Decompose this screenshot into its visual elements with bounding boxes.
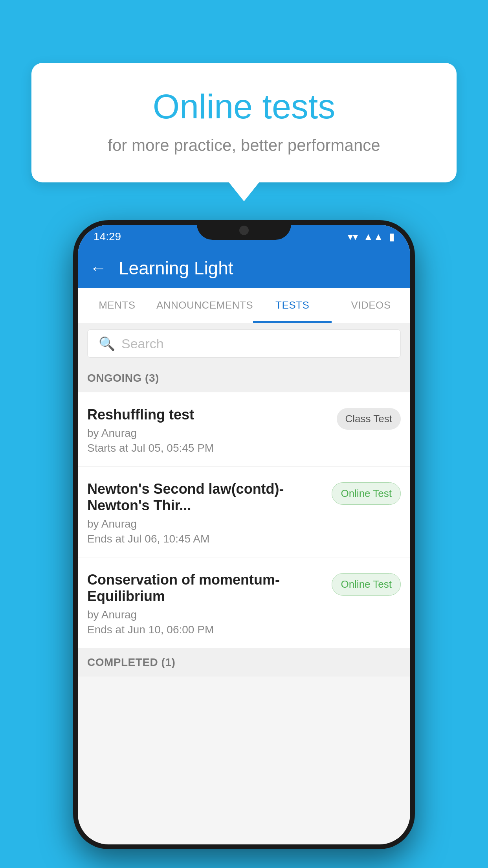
status-time: 14:29	[94, 230, 121, 243]
test-info-3: Conservation of momentum-Equilibrium by …	[87, 572, 332, 636]
speech-bubble: Online tests for more practice, better p…	[31, 63, 457, 182]
phone-notch	[197, 220, 291, 240]
tab-tests[interactable]: TESTS	[253, 288, 332, 323]
test-info-2: Newton's Second law(contd)-Newton's Thir…	[87, 481, 332, 545]
battery-icon: ▮	[389, 231, 394, 243]
signal-icon: ▲▲	[363, 231, 383, 243]
wifi-icon: ▾▾	[348, 231, 358, 243]
test-name-1: Reshuffling test	[87, 406, 329, 423]
test-time-1: Starts at Jul 05, 05:45 PM	[87, 442, 329, 454]
front-camera	[239, 226, 249, 235]
test-time-2: Ends at Jul 06, 10:45 AM	[87, 533, 324, 545]
search-placeholder: Search	[121, 336, 164, 351]
bubble-title: Online tests	[63, 86, 425, 127]
ongoing-section-header: ONGOING (3)	[78, 364, 410, 392]
completed-section-header: COMPLETED (1)	[78, 648, 410, 677]
test-author-3: by Anurag	[87, 609, 324, 621]
test-name-3: Conservation of momentum-Equilibrium	[87, 572, 324, 605]
app-toolbar: ← Learning Light	[78, 248, 410, 288]
tab-videos[interactable]: VIDEOS	[332, 288, 410, 323]
app-title: Learning Light	[119, 257, 233, 279]
test-badge-3: Online Test	[332, 573, 401, 596]
status-icons: ▾▾ ▲▲ ▮	[348, 231, 394, 243]
search-input-box[interactable]: 🔍 Search	[87, 329, 401, 358]
test-badge-1: Class Test	[337, 408, 401, 430]
back-button[interactable]: ←	[90, 258, 107, 278]
test-info-1: Reshuffling test by Anurag Starts at Jul…	[87, 406, 337, 454]
test-author-1: by Anurag	[87, 427, 329, 440]
tab-bar: MENTS ANNOUNCEMENTS TESTS VIDEOS	[78, 288, 410, 323]
search-icon: 🔍	[99, 336, 115, 351]
phone-frame: 14:29 ▾▾ ▲▲ ▮ ← Learning Light MENTS ANN…	[73, 220, 415, 849]
completed-title: COMPLETED (1)	[87, 656, 175, 668]
test-item-reshuffling[interactable]: Reshuffling test by Anurag Starts at Jul…	[78, 392, 410, 467]
phone-screen: 14:29 ▾▾ ▲▲ ▮ ← Learning Light MENTS ANN…	[78, 225, 410, 844]
tab-ments[interactable]: MENTS	[78, 288, 156, 323]
bubble-subtitle: for more practice, better performance	[63, 136, 425, 155]
test-author-2: by Anurag	[87, 518, 324, 530]
test-name-2: Newton's Second law(contd)-Newton's Thir…	[87, 481, 324, 514]
ongoing-title: ONGOING (3)	[87, 372, 159, 384]
test-list: Reshuffling test by Anurag Starts at Jul…	[78, 392, 410, 648]
test-item-conservation[interactable]: Conservation of momentum-Equilibrium by …	[78, 557, 410, 648]
test-time-3: Ends at Jun 10, 06:00 PM	[87, 623, 324, 636]
tab-announcements[interactable]: ANNOUNCEMENTS	[156, 288, 253, 323]
test-badge-2: Online Test	[332, 482, 401, 505]
search-container: 🔍 Search	[78, 323, 410, 364]
test-item-newton[interactable]: Newton's Second law(contd)-Newton's Thir…	[78, 467, 410, 557]
